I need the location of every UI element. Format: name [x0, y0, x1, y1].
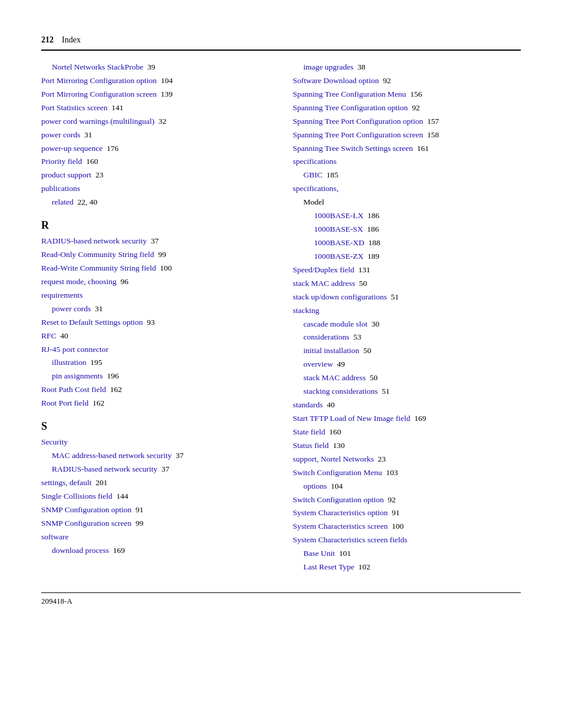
entry-state-field[interactable]: State field [293, 427, 325, 436]
entry-pin-assignments[interactable]: pin assignments [52, 371, 103, 380]
entry-standards[interactable]: standards [293, 400, 323, 409]
list-item: Software Download option 92 [293, 75, 521, 87]
entry-download-process[interactable]: download process [52, 546, 109, 555]
entry-image-upgrades[interactable]: image upgrades [303, 62, 353, 71]
left-column: Nortel Networks StackProbe 39 Port Mirro… [41, 61, 269, 575]
entry-spanning-tree-config-menu[interactable]: Spanning Tree Configuration Menu [293, 90, 406, 98]
entry-options[interactable]: options [303, 482, 327, 490]
entry-snmp-screen[interactable]: SNMP Configuration screen [41, 519, 131, 528]
entry-initial-installation[interactable]: initial installation [303, 346, 359, 355]
entry-system-char-screen[interactable]: System Characteristics screen [293, 522, 388, 531]
list-item: Spanning Tree Configuration option 92 [293, 102, 521, 114]
entry-mac-security[interactable]: MAC address-based network security [52, 451, 172, 460]
list-item: Read-Only Community String field 99 [41, 249, 269, 261]
entry-power-cord-warnings[interactable]: power cord warnings (multilingual) [41, 117, 154, 126]
entry-overview[interactable]: overview [303, 360, 333, 368]
entry-software-download-option[interactable]: Software Download option [293, 76, 379, 85]
entry-rfc[interactable]: RFC [41, 331, 57, 340]
entry-port-mirroring-screen[interactable]: Port Mirroring Configuration screen [41, 90, 157, 98]
section-s-heading: S [41, 420, 269, 433]
entry-read-only-community[interactable]: Read-Only Community String field [41, 250, 154, 259]
list-item: Spanning Tree Port Configuration screen … [293, 129, 521, 141]
entry-software[interactable]: software [41, 532, 68, 541]
entry-power-up-sequence[interactable]: power-up sequence [41, 144, 103, 153]
entry-1000base-zx[interactable]: 1000BASE-ZX [314, 252, 363, 261]
entry-priority-field[interactable]: Priority field [41, 157, 82, 166]
entry-product-support[interactable]: product support [41, 170, 91, 179]
entry-considerations[interactable]: considerations [303, 332, 349, 341]
entry-power-cords[interactable]: power cords [41, 130, 80, 139]
entry-stack-mac2[interactable]: stack MAC address [303, 373, 366, 382]
list-item: specifications [293, 156, 521, 168]
list-item: support, Nortel Networks 23 [293, 453, 521, 466]
page-number: 212 [41, 35, 54, 45]
entry-spanning-tree-port-screen[interactable]: Spanning Tree Port Configuration screen [293, 130, 423, 139]
entry-1000base-xd[interactable]: 1000BASE-XD [314, 238, 365, 247]
list-item: power cord warnings (multilingual) 32 [41, 116, 269, 128]
entry-switch-config-menu[interactable]: Switch Configuration Menu [293, 468, 382, 477]
entry-gbic[interactable]: GBIC [303, 170, 322, 179]
entry-radius-security2[interactable]: RADIUS-based network security [52, 465, 157, 473]
entry-root-port-field[interactable]: Root Port field [41, 398, 88, 407]
entry-nortel-stackprobe[interactable]: Nortel Networks StackProbe [52, 62, 143, 71]
page-footer: 209418-A [41, 592, 521, 606]
list-item: publications [41, 183, 269, 195]
entry-read-write-community[interactable]: Read-Write Community String field [41, 263, 156, 272]
entry-port-mirroring-option[interactable]: Port Mirroring Configuration option [41, 76, 157, 85]
list-item: stack MAC address 50 [293, 278, 521, 290]
list-item: power-up sequence 176 [41, 143, 269, 155]
entry-support-nortel[interactable]: support, Nortel Networks [293, 454, 374, 463]
list-item: System Characteristics screen fields [293, 534, 521, 546]
entry-cascade-module[interactable]: cascade module slot [303, 319, 368, 328]
entry-spanning-tree-port-option[interactable]: Spanning Tree Port Configuration option [293, 117, 423, 126]
list-item: stack MAC address 50 [293, 372, 521, 384]
list-item: Speed/Duplex field 131 [293, 264, 521, 276]
list-item: Spanning Tree Configuration Menu 156 [293, 88, 521, 101]
index-body: Nortel Networks StackProbe 39 Port Mirro… [41, 61, 521, 575]
entry-status-field[interactable]: Status field [293, 441, 329, 450]
list-item: Read-Write Community String field 100 [41, 262, 269, 275]
entry-reset-default[interactable]: Reset to Default Settings option [41, 318, 143, 327]
entry-related[interactable]: related [52, 197, 74, 206]
entry-1000base-sx[interactable]: 1000BASE-SX [314, 225, 363, 233]
entry-spanning-tree-config-option[interactable]: Spanning Tree Configuration option [293, 103, 408, 112]
entry-illustration[interactable]: illustration [52, 358, 87, 367]
entry-stacking[interactable]: stacking [293, 306, 319, 315]
entry-start-tftp[interactable]: Start TFTP Load of New Image field [293, 414, 410, 423]
entry-stack-updown[interactable]: stack up/down configurations [293, 292, 387, 301]
list-item: Security [41, 436, 269, 449]
list-item: Status field 130 [293, 440, 521, 452]
entry-system-char-option[interactable]: System Characteristics option [293, 508, 388, 517]
entry-rj45-port[interactable]: RJ-45 port connector [41, 345, 108, 354]
entry-request-mode[interactable]: request mode, choosing [41, 277, 117, 286]
entry-specifications[interactable]: specifications [293, 157, 336, 166]
entry-security[interactable]: Security [41, 437, 68, 446]
list-item: Start TFTP Load of New Image field 169 [293, 413, 521, 425]
entry-snmp-option[interactable]: SNMP Configuration option [41, 505, 131, 514]
entry-system-char-fields[interactable]: System Characteristics screen fields [293, 535, 408, 544]
entry-single-collisions[interactable]: Single Collisions field [41, 492, 113, 500]
entry-stacking-considerations[interactable]: stacking considerations [303, 387, 378, 396]
entry-requirements[interactable]: requirements [41, 291, 82, 299]
list-item: settings, default 201 [41, 477, 269, 489]
section-r-heading: R [41, 219, 269, 232]
entry-spanning-tree-switch-settings[interactable]: Spanning Tree Switch Settings screen [293, 144, 413, 153]
entry-root-path-cost[interactable]: Root Path Cost field [41, 385, 106, 394]
entry-publications[interactable]: publications [41, 184, 80, 193]
footer-label: 209418-A [41, 597, 72, 605]
list-item: request mode, choosing 96 [41, 276, 269, 288]
entry-req-power-cords[interactable]: power cords [52, 304, 91, 313]
entry-port-statistics[interactable]: Port Statistics screen [41, 103, 107, 112]
list-item: Last Reset Type 102 [293, 561, 521, 574]
entry-1000base-lx[interactable]: 1000BASE-LX [314, 211, 363, 220]
entry-specifications2[interactable]: specifications, [293, 184, 339, 193]
entry-radius-security[interactable]: RADIUS-based network security [41, 236, 147, 245]
entry-speed-duplex[interactable]: Speed/Duplex field [293, 265, 355, 274]
entry-settings-default[interactable]: settings, default [41, 478, 91, 487]
entry-last-reset-type[interactable]: Last Reset Type [303, 562, 355, 571]
entry-base-unit[interactable]: Base Unit [303, 549, 335, 558]
entry-switch-config-option[interactable]: Switch Configuration option [293, 495, 384, 504]
entry-stack-mac[interactable]: stack MAC address [293, 279, 355, 288]
list-item: overview 49 [293, 358, 521, 371]
list-item: Port Mirroring Configuration screen 139 [41, 88, 269, 101]
